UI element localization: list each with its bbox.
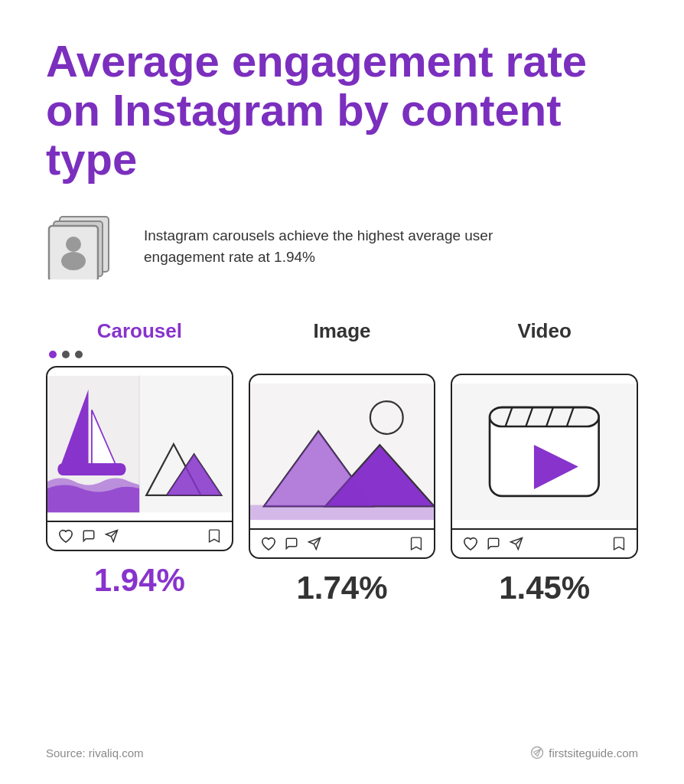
page-title: Average engagement rate on Instagram by … — [46, 37, 638, 183]
carousel-phone-card — [46, 366, 233, 551]
content-types-row: Carousel — [46, 319, 638, 606]
video-action-icons — [463, 537, 524, 550]
image-engagement: 1.74% — [296, 570, 387, 606]
video-engagement: 1.45% — [499, 570, 590, 606]
page-container: Average engagement rate on Instagram by … — [0, 0, 684, 784]
carousel-actions — [47, 521, 232, 550]
svg-point-3 — [66, 237, 81, 252]
heart-icon-2 — [261, 537, 276, 550]
carousel-card: Carousel — [46, 319, 233, 606]
video-area — [452, 375, 637, 528]
image-card: Image — [249, 319, 436, 606]
dot-1 — [49, 351, 57, 358]
svg-rect-9 — [57, 463, 125, 475]
source-row: Source: rivaliq.com firstsiteguide.com — [46, 730, 638, 760]
svg-rect-22 — [250, 505, 435, 521]
subtitle-row: Instagram carousels achieve the highest … — [46, 211, 638, 283]
dot-2 — [62, 351, 70, 358]
comment-icon-2 — [284, 537, 299, 550]
carousel-icon — [46, 211, 122, 283]
dot-3 — [75, 351, 83, 358]
image-label: Image — [313, 319, 370, 343]
heart-icon — [58, 529, 73, 543]
bookmark-icon-3 — [612, 536, 626, 551]
carousel-engagement: 1.94% — [94, 562, 185, 599]
comment-icon — [81, 529, 96, 543]
video-card: Video — [451, 319, 638, 606]
source-left: Source: rivaliq.com — [46, 746, 144, 760]
send-icon — [104, 529, 119, 543]
video-label: Video — [518, 319, 572, 343]
send-icon-source — [530, 746, 544, 760]
carousel-image-area — [47, 368, 232, 521]
source-right: firstsiteguide.com — [530, 746, 638, 760]
carousel-dots — [46, 351, 83, 358]
send-icon-3 — [509, 537, 524, 550]
video-actions — [452, 528, 637, 557]
comment-icon-3 — [486, 537, 501, 550]
send-icon-2 — [307, 537, 322, 550]
source-right-text: firstsiteguide.com — [549, 746, 638, 760]
bookmark-icon — [207, 528, 221, 544]
image-phone-card — [249, 374, 436, 559]
subtitle-text: Instagram carousels achieve the highest … — [144, 225, 496, 269]
image-area — [250, 375, 435, 528]
image-action-icons — [261, 537, 322, 550]
svg-point-4 — [61, 252, 86, 270]
heart-icon-3 — [463, 537, 478, 550]
action-icons-left — [58, 529, 119, 543]
image-actions — [250, 528, 435, 557]
carousel-label: Carousel — [97, 319, 182, 343]
bookmark-icon-2 — [409, 536, 423, 551]
video-phone-card — [451, 374, 638, 559]
